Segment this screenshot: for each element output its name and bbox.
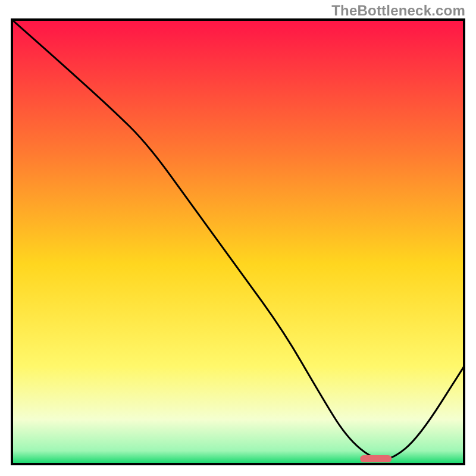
- plot-area: [12, 20, 464, 464]
- optimal-zone-marker: [360, 455, 392, 462]
- chart-stage: TheBottleneck.com: [0, 0, 476, 476]
- bottleneck-chart: [0, 0, 476, 476]
- gradient-background: [12, 20, 464, 464]
